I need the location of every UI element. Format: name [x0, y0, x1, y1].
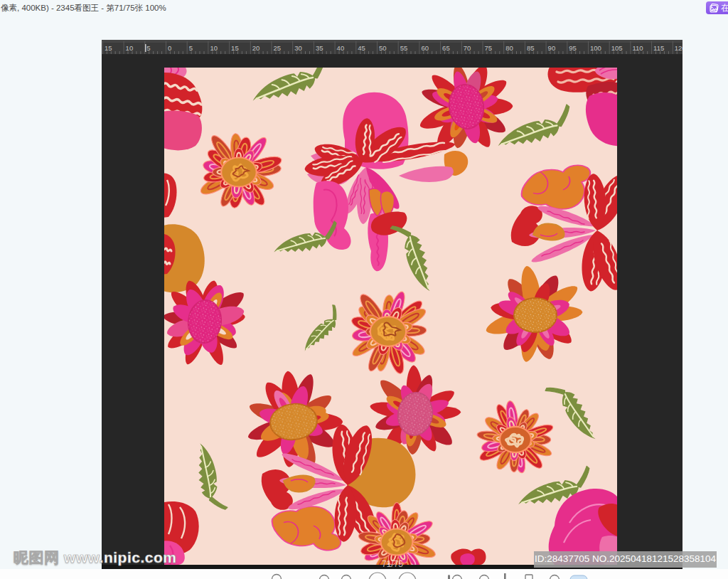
svg-text:100: 100 — [590, 44, 601, 52]
svg-text:105: 105 — [611, 44, 623, 52]
svg-text:30: 30 — [294, 44, 302, 52]
svg-text:0: 0 — [168, 44, 171, 52]
svg-text:5: 5 — [146, 44, 150, 52]
svg-text:115: 115 — [653, 44, 664, 52]
svg-text:60: 60 — [421, 44, 429, 52]
svg-text:35: 35 — [316, 44, 323, 52]
svg-text:10: 10 — [210, 44, 218, 52]
svg-text:95: 95 — [569, 44, 577, 52]
svg-text:75: 75 — [485, 44, 493, 52]
svg-text:15: 15 — [231, 44, 239, 52]
svg-text:40: 40 — [337, 44, 345, 52]
svg-text:70: 70 — [464, 44, 471, 52]
svg-text:80: 80 — [505, 44, 513, 52]
svg-text:120: 120 — [675, 44, 682, 52]
svg-text:85: 85 — [527, 44, 535, 52]
svg-text:65: 65 — [442, 44, 450, 52]
svg-text:20: 20 — [252, 44, 260, 52]
svg-text:10: 10 — [126, 44, 134, 52]
svg-text:45: 45 — [358, 44, 365, 52]
svg-text:55: 55 — [400, 44, 408, 52]
svg-text:15: 15 — [105, 44, 112, 52]
svg-text:5: 5 — [189, 44, 193, 52]
svg-text:110: 110 — [632, 44, 643, 52]
svg-text:90: 90 — [548, 44, 556, 52]
svg-text:25: 25 — [274, 44, 282, 52]
svg-text:50: 50 — [379, 44, 387, 52]
